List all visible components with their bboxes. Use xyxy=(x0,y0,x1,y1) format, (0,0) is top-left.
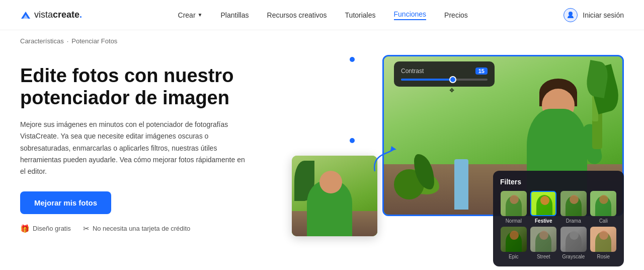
logo[interactable]: vistacreate. xyxy=(20,10,82,21)
breadcrumb-current: Potenciar Fotos xyxy=(71,37,117,45)
nav-funciones[interactable]: Funciones xyxy=(394,10,427,20)
nav-links: Crear ▼ Plantillas Recursos creativos Tu… xyxy=(178,10,468,20)
filter-item-rosie[interactable]: Rosie xyxy=(590,227,617,259)
svg-point-2 xyxy=(569,12,573,16)
corner-dot-tl xyxy=(350,57,355,62)
badges: 🎁 Diseño gratis ✂ No necesita una tarjet… xyxy=(20,224,292,233)
user-avatar-icon xyxy=(564,8,578,22)
navbar: vistacreate. Crear ▼ Plantillas Recursos… xyxy=(0,0,644,30)
slider-fill xyxy=(401,79,453,81)
filter-thumb-epic xyxy=(501,227,527,252)
filters-title: Filters xyxy=(500,178,617,186)
filter-thumb-festive xyxy=(530,191,556,216)
filter-item-epic[interactable]: Epic xyxy=(500,227,527,259)
filter-thumb-street xyxy=(530,227,556,252)
slider-label: Contrast 15 xyxy=(401,68,488,75)
badge-no-card: ✂ No necesita una tarjeta de crédito xyxy=(83,224,190,233)
crear-arrow-icon: ▼ xyxy=(198,12,203,18)
logo-text: vistacreate. xyxy=(34,10,82,20)
corner-dot-bl xyxy=(350,138,355,143)
badge-free-design-label: Diseño gratis xyxy=(33,225,71,232)
slider-value: 15 xyxy=(475,68,488,75)
nav-right: Iniciar sesión xyxy=(564,8,624,22)
breadcrumb-separator: · xyxy=(67,37,69,45)
contrast-slider[interactable] xyxy=(401,79,488,81)
scissors-icon: ✂ xyxy=(83,224,90,233)
nav-recursos[interactable]: Recursos creativos xyxy=(267,11,327,19)
nav-plantillas[interactable]: Plantillas xyxy=(220,11,249,19)
small-photo-inner xyxy=(292,156,377,236)
slider-thumb[interactable] xyxy=(449,76,456,83)
nav-precios[interactable]: Precios xyxy=(444,11,468,19)
signin-button[interactable]: Iniciar sesión xyxy=(583,11,624,19)
filter-thumb-cali xyxy=(590,191,616,216)
filter-thumb-grayscale xyxy=(560,227,587,252)
filters-grid: Normal Festive Drama Cali Epic Street Gr… xyxy=(500,191,617,259)
filter-item-cali[interactable]: Cali xyxy=(590,191,617,224)
contrast-slider-panel: Contrast 15 ⌖ xyxy=(394,61,495,87)
filter-label-street: Street xyxy=(537,254,550,259)
filter-label-normal: Normal xyxy=(506,218,522,224)
small-photo xyxy=(292,156,377,236)
arrow-decoration xyxy=(367,144,403,181)
filter-item-street[interactable]: Street xyxy=(530,227,557,259)
nav-tutoriales[interactable]: Tutoriales xyxy=(345,11,376,19)
main-layout: Edite fotos con nuestro potenciador de i… xyxy=(0,45,644,266)
slider-label-text: Contrast xyxy=(401,68,424,75)
nav-crear[interactable]: Crear ▼ xyxy=(178,11,203,19)
filter-label-epic: Epic xyxy=(509,254,518,259)
breadcrumb-parent[interactable]: Características xyxy=(20,37,64,45)
filter-label-drama: Drama xyxy=(566,218,581,224)
hero-title: Edite fotos con nuestro potenciador de i… xyxy=(20,65,272,109)
filter-label-rosie: Rosie xyxy=(597,254,610,259)
filter-item-normal[interactable]: Normal xyxy=(500,191,527,224)
hero-left: Edite fotos con nuestro potenciador de i… xyxy=(20,55,292,233)
filter-thumb-rosie xyxy=(590,227,616,252)
filter-label-cali: Cali xyxy=(599,218,608,224)
badge-no-card-label: No necesita una tarjeta de crédito xyxy=(93,225,190,232)
filter-label-festive: Festive xyxy=(535,218,552,224)
hero-description: Mejore sus imágenes en minutos con el po… xyxy=(20,119,252,177)
hero-right: Contrast 15 ⌖ xyxy=(292,55,624,266)
filter-thumb-drama xyxy=(560,191,587,216)
filter-label-grayscale: Grayscale xyxy=(562,254,585,259)
cta-button[interactable]: Mejorar mis fotos xyxy=(20,191,111,214)
logo-icon xyxy=(20,10,31,21)
arrow-icon xyxy=(367,144,403,179)
filter-item-drama[interactable]: Drama xyxy=(560,191,587,224)
badge-free-design: 🎁 Diseño gratis xyxy=(20,224,71,233)
small-photo-person-head xyxy=(319,171,342,193)
cursor-icon: ⌖ xyxy=(449,85,454,96)
filters-panel: Filters Normal Festive Drama Cali Epic S… xyxy=(493,171,624,266)
breadcrumb: Características · Potenciar Fotos xyxy=(0,30,644,45)
filter-item-grayscale[interactable]: Grayscale xyxy=(560,227,587,259)
gift-icon: 🎁 xyxy=(20,224,30,233)
filter-item-festive[interactable]: Festive xyxy=(530,191,557,224)
filter-thumb-normal xyxy=(501,191,527,216)
